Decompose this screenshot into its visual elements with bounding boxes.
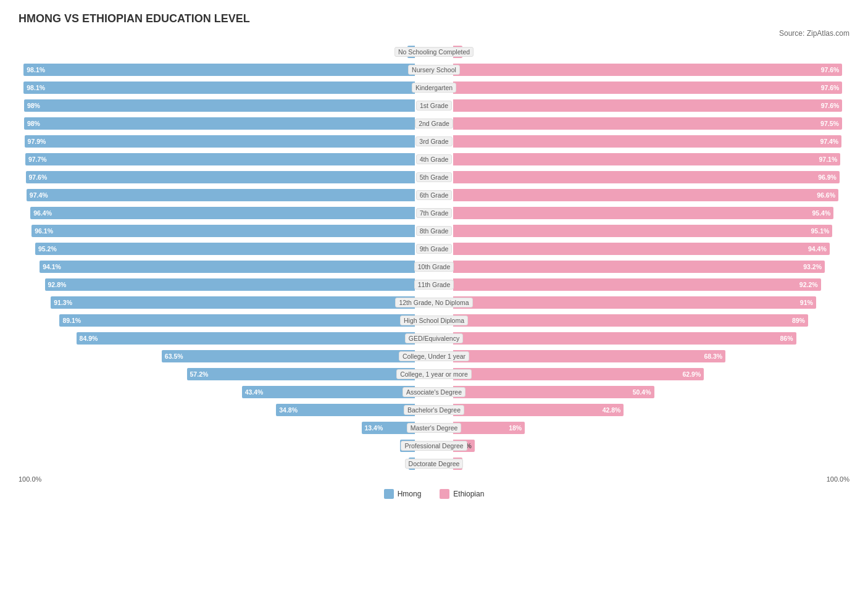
ethiopian-value: 91% [800,299,816,306]
left-section: 97.7% [19,151,417,167]
chart-row: 97.9%3rd Grade97.4% [19,133,849,149]
bar-label: Doctorate Degree [417,459,451,469]
bar-label: 11th Grade [417,280,451,290]
hmong-value: 98% [24,120,40,127]
legend-ethiopian-box [440,489,449,499]
bar-label: 7th Grade [417,208,451,218]
hmong-value: 91.3% [51,299,72,306]
axis-center [417,475,451,483]
hmong-bar: 43.4% [242,386,415,398]
right-section: 95.1% [451,223,849,239]
legend-hmong: Hmong [384,489,422,499]
chart-row: 97.4%6th Grade96.6% [19,187,849,203]
left-section: 94.1% [19,259,417,275]
hmong-value: 96.1% [31,227,53,235]
left-section: 13.4% [19,420,417,436]
bar-label: Nursery School [417,65,451,75]
right-section: 89% [451,312,849,328]
right-section: 62.9% [451,366,849,382]
left-section: 96.4% [19,205,417,221]
hmong-bar: 96.4% [30,207,415,219]
left-section: 57.2% [19,366,417,382]
hmong-value: 97.6% [26,173,48,181]
right-section: 94.4% [451,241,849,257]
right-section: 2.4% [451,44,849,60]
right-section: 97.6% [451,62,849,78]
hmong-value: 98% [24,102,40,109]
ethiopian-value: 96.9% [818,173,840,181]
hmong-bar: 98.1% [23,64,415,76]
bar-label: 6th Grade [417,190,451,200]
ethiopian-bar: 68.3% [453,350,725,362]
right-section: 97.6% [451,80,849,96]
ethiopian-value: 18% [509,424,525,432]
hmong-value: 95.2% [35,245,57,253]
left-section: 91.3% [19,295,417,311]
hmong-bar: 98% [24,117,415,130]
hmong-bar: 95.2% [35,243,415,255]
right-section: 68.3% [451,348,849,364]
chart-row: 92.8%11th Grade92.2% [19,277,849,293]
chart-row: 57.2%College, 1 year or more62.9% [19,366,849,382]
left-section: 98.1% [19,62,417,78]
chart-row: 97.6%5th Grade96.9% [19,169,849,185]
left-section: 96.1% [19,223,417,239]
hmong-bar: 89.1% [59,314,415,327]
right-section: 86% [451,330,849,346]
hmong-value: 63.5% [162,353,183,360]
hmong-value: 57.2% [187,370,209,378]
ethiopian-value: 89% [792,317,808,324]
ethiopian-bar: 93.2% [453,261,825,273]
bar-label: 8th Grade [417,226,451,236]
left-section: 89.1% [19,312,417,328]
chart-row: 34.8%Bachelor's Degree42.8% [19,402,849,418]
ethiopian-bar: 89% [453,314,808,327]
bar-label: Professional Degree [417,441,451,451]
bar-label: No Schooling Completed [417,47,451,57]
right-section: 96.6% [451,187,849,203]
bar-label: Kindergarten [417,83,451,93]
ethiopian-bar: 95.4% [453,207,833,219]
bar-label: High School Diploma [417,316,451,325]
ethiopian-bar: 97.1% [453,153,840,165]
left-section: 98.1% [19,80,417,96]
hmong-bar: 34.8% [276,404,415,416]
axis-left: 100.0% [19,475,417,483]
right-section: 42.8% [451,402,849,418]
ethiopian-value: 97.5% [820,120,842,127]
right-section: 97.1% [451,151,849,167]
ethiopian-bar: 18% [453,422,525,434]
hmong-bar: 57.2% [187,368,415,380]
left-section: 1.9% [19,44,417,60]
legend: Hmong Ethiopian [19,489,849,499]
hmong-value: 97.4% [27,191,48,199]
right-section: 93.2% [451,259,849,275]
right-section: 95.4% [451,205,849,221]
ethiopian-bar: 97.5% [453,117,842,130]
chart-row: 98.1%Kindergarten97.6% [19,80,849,96]
hmong-value: 34.8% [276,406,298,414]
chart-row: 96.4%7th Grade95.4% [19,205,849,221]
ethiopian-bar: 97.4% [453,135,841,148]
ethiopian-bar: 62.9% [453,368,704,380]
bar-label: 4th Grade [417,154,451,164]
chart-row: 89.1%High School Diploma89% [19,312,849,328]
bar-label: 5th Grade [417,172,451,182]
ethiopian-bar: 42.8% [453,404,624,416]
bar-label: 3rd Grade [417,136,451,146]
ethiopian-bar: 94.4% [453,243,830,255]
left-section: 84.9% [19,330,417,346]
ethiopian-value: 97.6% [821,84,843,91]
bar-label: 1st Grade [417,101,451,111]
right-section: 91% [451,295,849,311]
ethiopian-bar: 96.9% [453,171,840,183]
ethiopian-bar: 86% [453,332,796,345]
hmong-value: 98.1% [23,84,45,91]
ethiopian-value: 95.1% [811,227,833,235]
hmong-value: 97.7% [25,156,47,163]
left-section: 98% [19,115,417,132]
hmong-bar: 96.1% [31,225,415,237]
bar-label: 2nd Grade [417,119,451,128]
bar-label: Master's Degree [417,423,451,433]
ethiopian-bar: 97.6% [453,99,843,112]
